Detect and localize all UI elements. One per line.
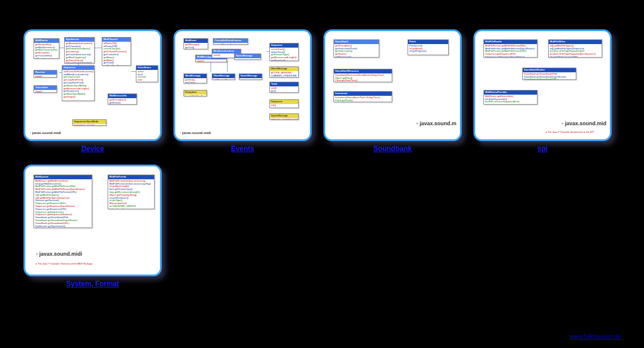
uml-class-box: MidiChannelallNotesOff()allSoundOff()con… [102,37,131,66]
uml-class-box: MetaMessagegetData()getType()setMessage(… [183,73,207,83]
uml-class-title: MidiDeviceProvider [484,91,537,95]
diagram-thumbnail[interactable]: MidiSystemMidiDevice getMidiDevice(Info)… [24,165,162,288]
uml-class-title: MidiFileWriter [549,40,602,44]
uml-member: InvalidMidiDataException [185,95,205,96]
uml-class-box: InstrumentInstrument(Soundbank,Patch,Str… [333,91,392,102]
diagram-card[interactable]: MidiDevicegetDeviceInfo()getMaxReceivers… [24,29,162,141]
uml-class-box: ShortMessageACTIVE_SENSINGCHANNEL_PRESSU… [269,66,299,78]
uml-member: Soundbank getSoundbank(URL) [524,78,575,79]
diagram-card[interactable]: MidiFileReaderMidiFileFormat getMidiFile… [473,29,612,141]
uml-member: SPECIAL_SYSTEM_EXCLUSIVE [271,119,297,119]
uml-class-body: allNotesOff()allSoundOff()controlChange(… [102,42,131,65]
uml-class-box: Sequencer.SyncModeINTERNAL_CLOCK ... [72,119,106,126]
uml-class-title: Instrument [334,92,392,96]
connector-line [211,61,211,72]
uml-member: getTempo() [64,96,93,99]
diagram-card[interactable]: SoundbankgetDescription()getInstrument(P… [323,29,462,141]
uml-class-body: MidiFileFormat getMidiFileFormat(File)Mi… [484,44,537,57]
uml-class-body: getDescription()getName()getVendor()getV… [108,98,136,104]
uml-class-box: Transmitterclose()getReceiver() [34,85,57,93]
diagram-thumbnail[interactable]: MidiDevicegetDeviceInfo()getMaxReceivers… [24,29,162,153]
diagram-thumbnail[interactable]: MidiEventgetMessage()getTick()setTick()C… [173,29,312,153]
uml-class-title: ControllerEventListener [213,39,248,43]
uml-member: controlChange() [215,44,246,44]
uml-class-body: MidiDevice getDevice(Info)Info[] getDevi… [484,95,537,104]
uml-class-title: MidiDevice.Info [108,94,136,98]
uml-member: int write(Sequence,int,File) [550,56,600,57]
uml-class-body: getAvailableInstruments()getChannels()ge… [65,42,94,63]
diagram-caption[interactable]: System, Format [66,280,119,288]
uml-class-box: Trackadd()get()remove()size()ticks() [269,82,299,93]
uml-class-box: MidiEventgetMessage()getTick()setTick() [183,38,208,49]
uml-class-body: addControllerEventListener()addMetaEvent… [62,70,94,101]
uml-member: getPitchBend() [104,65,129,65]
uml-member: int getProgram() [409,50,447,53]
footer-link[interactable]: www.falkhausen.de [570,333,620,340]
uml-class-title: Sequencer [62,66,94,70]
uml-class-body: ACTIVE_SENSINGCHANNEL_PRESSURECONTINUECO… [270,71,298,77]
uml-class-box: MidiDevice.InfogetDescription()getName()… [108,93,137,105]
diagram-thumbnail[interactable]: SoundbankgetDescription()getInstrument(P… [323,29,462,153]
thumbnail-grid: MidiDevicegetDeviceInfo()getMaxReceivers… [0,0,644,294]
diagram-caption[interactable]: Soundbank [373,145,412,153]
diagram-caption[interactable]: Device [81,145,104,153]
uml-class-box: SoundbankResourceSoundbankResource(Sound… [333,69,392,82]
uml-member: close() [35,91,55,92]
uml-member: int byteLength [109,208,153,209]
uml-class-box: SysexMessage [239,73,262,80]
uml-class-body: createTrack()deleteTrack()getDivisionTyp… [270,48,298,61]
uml-member: INTERNAL_CLOCK ... [74,125,105,125]
uml-class-box: MidiFileFormatMidiFileFormat(int,float,i… [108,175,155,209]
uml-member: isSoundbankSupported() [66,62,93,62]
package-label: ▫ javax.sound.midi [36,251,82,257]
diagram-thumbnail[interactable]: MidiFileReaderMidiFileFormat getMidiFile… [473,29,612,153]
uml-member: getResources() [335,56,378,57]
uml-class-body: SPECIAL_SYSTEM_EXCLUSIVESYSTEM_EXCLUSIVE [270,118,298,119]
uml-class-title: ShortMessage [212,74,235,78]
tutorial-link[interactable]: ▸ The Java™ Tutorials: Overview of the M… [36,262,92,265]
uml-class-body [235,58,261,59]
tutorial-link[interactable]: ▸ The Java™ Tutorials: Introduction to t… [546,130,594,133]
uml-class-title: MidiDevice [34,39,59,43]
uml-class-title: Transmitter [34,86,56,90]
uml-class-body: getDescription()getInstrument(Patch)getI… [334,44,379,57]
uml-class-title: SysexMessage [270,114,298,118]
uml-class-title: Receiver [34,71,56,75]
connector-line [59,48,64,48]
uml-class-body: InvalidMidiDataExceptionMidiUnavailableE… [184,95,206,96]
uml-class-title: SoundbankResource [334,69,392,73]
diagram-card[interactable]: MidiEventgetMessage()getTick()setTick()C… [173,29,312,141]
uml-class-body: MidiFileFormat(int,float,int,int,long)Mi… [108,179,154,209]
uml-class-box: MidiFileReaderMidiFileFormat getMidiFile… [483,39,538,58]
uml-class-box: MidiDeviceProviderMidiDevice getDevice(I… [483,90,538,105]
connector-line [227,61,228,72]
uml-class-title: Patch [408,40,448,44]
uml-class-title: Exception [184,91,206,95]
uml-class-body: getDeviceInfo()getMaxReceivers()getMaxTr… [34,43,59,58]
uml-class-body: Soundbank getSoundbank(File)Soundbank ge… [523,72,576,79]
uml-class-title: MidiFileReader [484,40,537,44]
uml-class-box: SynthesizergetAvailableInstruments()getC… [64,37,95,63]
uml-class-title: MetaMessage [184,74,206,78]
uml-class-title: VoiceStatus [136,66,158,70]
uml-class-box: SysexMessage [234,53,261,60]
uml-class-body: getMessage()getTick()setTick() [184,43,208,49]
uml-class-title: ShortMessage [270,67,298,71]
uml-class-title: Sequence [270,44,298,48]
uml-class-body: clone()getLength()getMessage()getStatus(… [196,59,226,62]
connector-line [131,71,136,72]
uml-class-body: MidiDevice getMidiDevice(Info)Info[] get… [34,179,92,227]
diagram-caption[interactable]: Events [231,145,254,153]
uml-class-body: SoundbankResource(Soundbank,String,Class… [334,73,392,82]
diagram-caption[interactable]: spi [538,145,548,153]
package-label: ▫ javax.sound.mid [562,121,606,126]
diagram-card[interactable]: MidiSystemMidiDevice getMidiDevice(Info)… [24,165,162,276]
uml-class-title: SoundbankReader [523,68,576,72]
uml-class-title: Sequencer.SyncMode [73,120,106,124]
uml-class-body: getData()getType()setMessage() [184,78,206,83]
uml-class-title: SysexMessage [239,74,262,78]
uml-class-box: Receiverclose()send() [34,70,57,78]
uml-class-body: close()getReceiver() [34,90,56,92]
uml-class-body: controlChange() [213,43,248,44]
uml-class-body: close()send() [34,75,56,77]
